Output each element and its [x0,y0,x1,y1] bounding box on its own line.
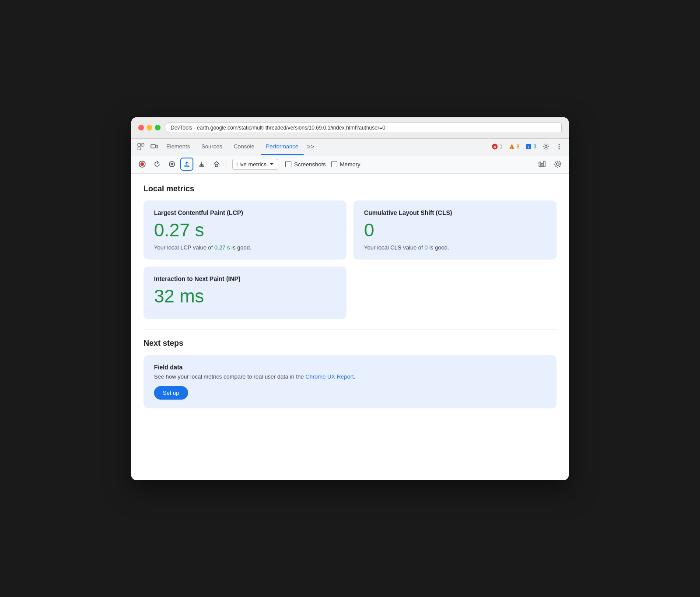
field-data-title: Field data [154,364,546,371]
maximize-button[interactable] [155,125,161,130]
svg-point-14 [559,148,560,150]
chrome-ux-report-link[interactable]: Chrome UX Report [305,373,354,380]
field-data-desc: See how your local metrics compare to re… [154,373,546,380]
svg-point-12 [559,144,560,145]
svg-point-11 [545,146,547,148]
clear-button[interactable] [165,158,178,171]
chevron-down-icon [269,162,274,167]
upload-profile-button[interactable] [180,158,193,171]
svg-text:i: i [528,145,529,149]
lcp-card: Largest Contentful Paint (LCP) 0.27 s Yo… [144,200,346,260]
memory-checkbox[interactable] [331,161,337,167]
svg-point-13 [559,146,560,147]
field-data-card: Field data See how your local metrics co… [144,355,556,408]
metrics-grid: Largest Contentful Paint (LCP) 0.27 s Yo… [144,200,556,319]
url-bar[interactable]: DevTools - earth.google.com/static/multi… [166,123,562,133]
performance-toolbar: Live metrics Screenshots Memory [131,155,569,174]
svg-rect-22 [541,163,543,167]
toolbar-right [536,158,564,171]
settings-icon[interactable] [540,140,552,153]
svg-rect-3 [151,144,155,148]
tab-performance[interactable]: Performance [261,138,304,155]
lcp-title: Largest Contentful Paint (LCP) [154,209,336,216]
error-badge: ✕ 1 [489,143,505,151]
download-profile-button[interactable] [195,158,208,171]
svg-rect-0 [138,144,140,146]
svg-rect-4 [156,145,158,148]
lcp-desc: Your local LCP value of 0.27 s is good. [154,244,336,251]
svg-point-24 [556,163,559,165]
minimize-button[interactable] [147,125,152,130]
device-toolbar-icon[interactable] [148,140,160,153]
next-steps-title: Next steps [144,339,556,348]
record-button[interactable] [136,158,149,171]
info-badge: i 3 [523,143,539,151]
inp-title: Interaction to Next Paint (INP) [154,275,336,282]
screenshots-checkbox[interactable] [285,161,291,167]
svg-text:✕: ✕ [493,145,497,149]
screenshots-checkbox-label[interactable]: Screenshots [285,161,326,168]
svg-rect-20 [215,165,218,167]
next-steps-section: Next steps Field data See how your local… [144,330,556,408]
svg-point-16 [140,162,144,166]
inspect-element-icon[interactable] [135,140,147,153]
local-metrics-title: Local metrics [144,184,556,193]
perf-settings-icon[interactable] [551,158,564,171]
tab-console[interactable]: Console [228,138,260,155]
inp-value: 32 ms [154,286,336,307]
svg-rect-23 [543,161,545,167]
setup-button[interactable]: Set up [154,386,188,400]
cls-value: 0 [364,220,546,241]
tab-elements[interactable]: Elements [161,138,195,155]
flamechart-icon[interactable] [536,158,549,171]
live-metrics-dropdown[interactable]: Live metrics [232,159,278,170]
tab-sources[interactable]: Sources [196,138,228,155]
screenshots-label: Screenshots [294,161,326,168]
cls-card: Cumulative Layout Shift (CLS) 0 Your loc… [354,200,556,260]
devtools-tab-bar: Elements Sources Console Performance >> … [131,139,569,155]
cls-title: Cumulative Layout Shift (CLS) [364,209,546,216]
svg-rect-2 [141,144,144,146]
home-button[interactable] [210,158,223,171]
lcp-value: 0.27 s [154,220,336,241]
svg-text:!: ! [511,146,512,150]
cls-desc: Your local CLS value of 0 is good. [364,244,546,251]
close-button[interactable] [138,125,144,130]
browser-window: DevTools - earth.google.com/static/multi… [131,117,569,480]
live-metrics-label: Live metrics [236,161,266,168]
svg-point-25 [555,161,561,167]
reload-record-button[interactable] [150,158,164,171]
memory-label: Memory [340,161,360,168]
title-bar: DevTools - earth.google.com/static/multi… [131,117,569,139]
traffic-lights [138,125,161,130]
svg-rect-21 [539,162,541,167]
svg-rect-1 [138,147,140,150]
more-tabs-icon[interactable]: >> [304,140,317,153]
inp-card: Interaction to Next Paint (INP) 32 ms [144,267,346,319]
warning-badge: ! 8 [506,143,522,151]
more-options-icon[interactable] [553,140,565,153]
devtools-content: Local metrics Largest Contentful Paint (… [131,174,569,480]
memory-checkbox-label[interactable]: Memory [331,161,360,168]
toolbar-divider [227,160,227,169]
